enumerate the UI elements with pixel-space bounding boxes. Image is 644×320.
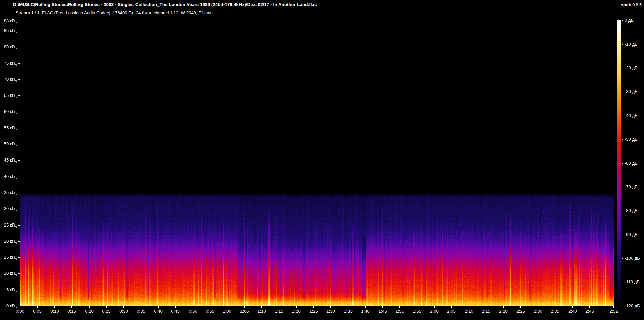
db-tick: [622, 306, 623, 306]
freq-tick: [18, 144, 20, 144]
time-tick: [520, 306, 521, 308]
spek-window: { "app": { "name": "spek", "version": "0…: [0, 0, 644, 320]
time-tick-label: 0:15: [62, 309, 81, 314]
freq-tick: [18, 79, 20, 80]
time-tick-label: 1:30: [321, 309, 340, 314]
time-tick: [261, 306, 262, 308]
time-tick-label: 2:00: [425, 309, 444, 314]
time-tick-label: 0:05: [28, 309, 47, 314]
freq-tick-label: 10 кГц: [0, 271, 17, 276]
freq-tick: [18, 95, 20, 96]
freq-tick-label: 35 кГц: [0, 190, 17, 195]
time-tick: [54, 306, 55, 308]
time-tick: [348, 306, 348, 308]
time-tick: [37, 306, 38, 308]
time-tick-label: 0:10: [45, 309, 64, 314]
db-tick-label: -10 дБ: [625, 42, 638, 47]
db-tick-label: -70 дБ: [625, 184, 638, 190]
freq-tick: [18, 257, 20, 258]
time-tick: [244, 306, 245, 308]
app-name: spek: [621, 2, 631, 7]
freq-tick-label: 80 кГц: [0, 44, 17, 50]
freq-tick-label: 60 кГц: [0, 109, 17, 114]
time-tick-label: 1:15: [270, 309, 288, 314]
db-tick: [622, 258, 623, 259]
file-path: D:\MUSIC\Rolling Stones\Rolling Stones -…: [13, 2, 317, 7]
freq-tick-label: 30 кГц: [0, 206, 17, 211]
db-tick: [622, 187, 623, 187]
db-tick-label: -120 дБ: [625, 303, 640, 309]
db-tick-label: -110 дБ: [625, 279, 640, 285]
time-tick-label: 1:05: [235, 309, 254, 314]
time-tick: [434, 306, 435, 308]
time-tick: [296, 306, 297, 308]
app-version: 0.8.5: [632, 3, 642, 7]
freq-tick: [18, 241, 20, 242]
time-tick-label: 1:50: [390, 309, 409, 314]
time-tick: [451, 306, 452, 308]
time-tick: [417, 306, 417, 308]
freq-tick: [18, 177, 20, 177]
freq-tick: [18, 112, 20, 112]
time-tick: [106, 306, 107, 308]
time-tick: [123, 306, 124, 308]
freq-tick: [18, 160, 20, 161]
time-tick: [589, 306, 590, 308]
time-tick-label: 2:05: [442, 309, 461, 314]
freq-tick-label: 88 кГц: [0, 18, 17, 24]
time-tick: [382, 306, 383, 308]
time-tick: [330, 306, 331, 308]
time-tick-label: 2:15: [477, 309, 495, 314]
time-tick: [613, 306, 614, 308]
freq-tick: [18, 21, 20, 21]
time-tick-label: 0:20: [80, 309, 99, 314]
freq-tick-label: 70 кГц: [0, 77, 17, 82]
db-tick: [622, 20, 623, 21]
db-tick: [622, 282, 623, 282]
time-tick-label: 0:45: [166, 309, 185, 314]
time-tick-label: 1:00: [218, 309, 236, 314]
freq-tick-label: 5 кГц: [0, 287, 17, 293]
time-tick-label: 0:50: [183, 309, 202, 314]
freq-tick-label: 75 кГц: [0, 61, 17, 66]
freq-tick: [18, 225, 20, 226]
db-tick-label: -100 дБ: [625, 256, 640, 261]
time-tick-label: 2:10: [460, 309, 478, 314]
freq-tick: [18, 31, 20, 31]
time-tick: [193, 306, 193, 308]
db-tick: [622, 68, 623, 68]
time-tick-label: 2:45: [580, 309, 599, 314]
db-tick-label: -80 дБ: [625, 208, 638, 213]
time-tick: [313, 306, 314, 308]
db-tick-label: -60 дБ: [625, 161, 638, 166]
time-tick: [279, 306, 279, 308]
freq-tick-label: 45 кГц: [0, 157, 17, 163]
time-tick: [175, 306, 176, 308]
time-tick-label: 1:25: [304, 309, 323, 314]
stream-info: Stream 1 / 1: FLAC (Free Lossless Audio …: [16, 10, 213, 15]
time-tick-label: 1:55: [408, 309, 426, 314]
db-tick-label: -90 дБ: [625, 232, 638, 237]
time-tick: [538, 306, 538, 308]
time-tick-label: 1:20: [287, 309, 306, 314]
db-tick: [622, 211, 623, 211]
time-tick-label: 2:40: [563, 309, 582, 314]
freq-tick-label: 25 кГц: [0, 222, 17, 228]
freq-tick-label: 40 кГц: [0, 174, 17, 179]
time-tick-label: 2:52: [604, 309, 623, 314]
time-tick-label: 2:25: [511, 309, 530, 314]
freq-tick-label: 15 кГц: [0, 255, 17, 260]
time-tick: [71, 306, 72, 308]
db-tick-label: 0 дБ: [625, 18, 634, 23]
time-tick-label: 1:35: [339, 309, 358, 314]
time-tick-label: 2:20: [494, 309, 513, 314]
time-tick-label: 2:30: [529, 309, 547, 314]
freq-tick-label: 20 кГц: [0, 239, 17, 244]
time-tick-label: 0:00: [11, 309, 30, 314]
freq-tick: [18, 193, 20, 193]
time-tick: [20, 306, 20, 308]
spectrogram-canvas: [20, 20, 614, 306]
spectrogram-plot: [20, 20, 614, 306]
app-brand: spek0.8.5: [621, 2, 642, 7]
time-tick: [158, 306, 159, 308]
